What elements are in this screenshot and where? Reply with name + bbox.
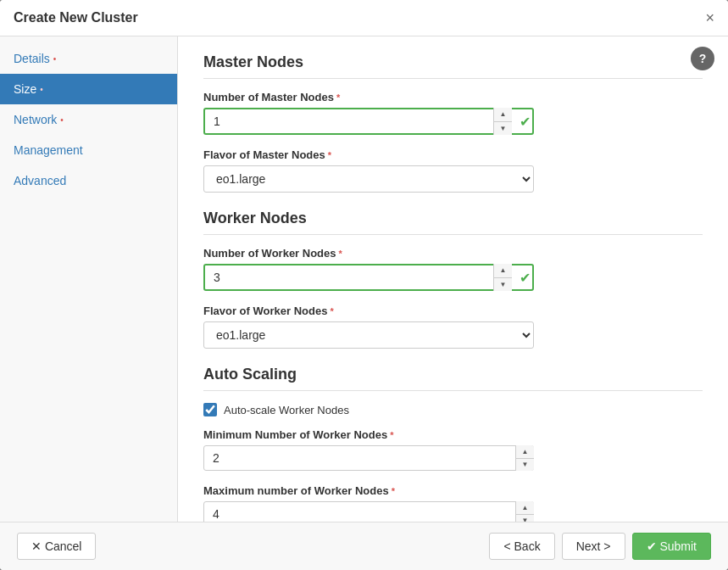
auto-scale-label[interactable]: Auto-scale Worker Nodes <box>224 404 349 416</box>
required-star: * <box>390 430 393 440</box>
modal-overlay: Create New Cluster × Details • Size • Ne… <box>0 0 728 570</box>
master-nodes-count-up[interactable]: ▲ <box>494 108 512 122</box>
submit-button[interactable]: ✔ Submit <box>632 533 711 560</box>
max-workers-up[interactable]: ▲ <box>516 501 534 515</box>
max-workers-down[interactable]: ▼ <box>516 515 534 522</box>
worker-nodes-count-up[interactable]: ▲ <box>494 264 512 278</box>
sidebar: Details • Size • Network • Management Ad… <box>0 36 178 522</box>
modal-footer: ✕ Cancel < Back Next > ✔ Submit <box>0 522 728 570</box>
sidebar-item-label: Advanced <box>14 174 66 187</box>
required-star: * <box>336 92 340 103</box>
master-nodes-section-title: Master Nodes <box>203 53 703 79</box>
master-nodes-count-down[interactable]: ▼ <box>494 122 512 136</box>
worker-nodes-count-wrapper: ▲ ▼ ✔ <box>203 264 534 291</box>
worker-nodes-count-label: Number of Worker Nodes * <box>203 247 703 260</box>
master-nodes-check-icon: ✔ <box>520 114 531 130</box>
worker-nodes-count-down[interactable]: ▼ <box>494 278 512 292</box>
required-indicator: • <box>40 85 43 94</box>
min-workers-up[interactable]: ▲ <box>516 445 534 459</box>
sidebar-item-label: Network <box>14 113 57 126</box>
worker-nodes-count-input[interactable] <box>203 264 534 291</box>
sidebar-item-advanced[interactable]: Advanced <box>0 165 177 196</box>
sidebar-item-network[interactable]: Network • <box>0 104 177 135</box>
worker-nodes-section-title: Worker Nodes <box>203 210 703 235</box>
sidebar-item-details[interactable]: Details • <box>0 43 177 74</box>
worker-nodes-count-group: Number of Worker Nodes * ▲ ▼ ✔ <box>203 247 703 291</box>
required-star: * <box>392 486 395 496</box>
back-button[interactable]: < Back <box>489 533 554 560</box>
min-workers-down[interactable]: ▼ <box>516 459 534 472</box>
modal: Create New Cluster × Details • Size • Ne… <box>0 0 728 570</box>
max-workers-group: Maximum number of Worker Nodes * ▲ ▼ <box>203 484 703 522</box>
min-workers-group: Minimum Number of Worker Nodes * ▲ ▼ <box>203 428 703 471</box>
required-star: * <box>330 306 333 316</box>
modal-body: Details • Size • Network • Management Ad… <box>0 36 728 522</box>
min-workers-input[interactable] <box>203 445 534 471</box>
required-indicator: • <box>60 115 64 125</box>
auto-scale-checkbox-row: Auto-scale Worker Nodes <box>203 403 703 416</box>
next-button[interactable]: Next > <box>562 533 625 560</box>
max-workers-input[interactable] <box>203 501 534 522</box>
sidebar-item-management[interactable]: Management <box>0 135 177 165</box>
worker-nodes-spinners: ▲ ▼ <box>493 264 512 291</box>
worker-nodes-check-icon: ✔ <box>520 270 531 286</box>
master-flavor-label: Flavor of Master Nodes * <box>203 148 703 161</box>
max-workers-spinners: ▲ ▼ <box>515 501 534 522</box>
max-workers-label: Maximum number of Worker Nodes * <box>203 484 703 497</box>
footer-right-buttons: < Back Next > ✔ Submit <box>489 533 711 560</box>
worker-flavor-group: Flavor of Worker Nodes * eo1.large eo1.m… <box>203 305 703 349</box>
modal-header: Create New Cluster × <box>0 0 728 36</box>
master-nodes-count-group: Number of Master Nodes * ▲ ▼ ✔ <box>203 91 703 135</box>
sidebar-item-size[interactable]: Size • <box>0 74 177 104</box>
master-flavor-group: Flavor of Master Nodes * eo1.large eo1.m… <box>203 148 703 193</box>
worker-flavor-select[interactable]: eo1.large eo1.medium eo1.small eo1.xlarg… <box>203 321 534 349</box>
required-star: * <box>328 150 331 160</box>
auto-scaling-section-title: Auto Scaling <box>203 366 703 391</box>
main-content: ? Master Nodes Number of Master Nodes * … <box>178 36 728 522</box>
modal-title: Create New Cluster <box>14 10 138 25</box>
required-star: * <box>339 249 342 259</box>
min-workers-label: Minimum Number of Worker Nodes * <box>203 428 703 441</box>
sidebar-item-label: Management <box>14 143 83 157</box>
master-nodes-count-input[interactable] <box>203 108 534 135</box>
close-button[interactable]: × <box>705 10 714 25</box>
cancel-button[interactable]: ✕ Cancel <box>17 533 96 560</box>
master-nodes-count-label: Number of Master Nodes * <box>203 91 703 103</box>
min-workers-wrapper: ▲ ▼ <box>203 445 534 471</box>
required-indicator: • <box>53 54 57 64</box>
help-button[interactable]: ? <box>691 47 714 70</box>
max-workers-wrapper: ▲ ▼ <box>203 501 534 522</box>
master-flavor-select[interactable]: eo1.large eo1.medium eo1.small eo1.xlarg… <box>203 165 534 193</box>
worker-flavor-label: Flavor of Worker Nodes * <box>203 305 703 317</box>
master-nodes-spinners: ▲ ▼ <box>493 108 512 135</box>
auto-scale-checkbox[interactable] <box>203 403 217 416</box>
master-nodes-count-wrapper: ▲ ▼ ✔ <box>203 108 534 135</box>
sidebar-item-label: Details <box>14 52 50 65</box>
min-workers-spinners: ▲ ▼ <box>515 445 534 471</box>
sidebar-item-label: Size <box>14 82 36 96</box>
